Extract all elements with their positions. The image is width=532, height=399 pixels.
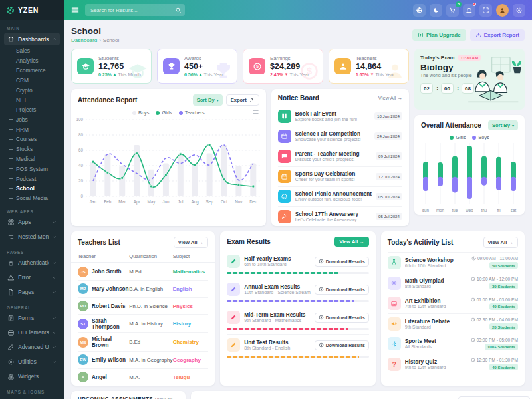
search-input[interactable]: [85, 4, 185, 16]
legend-item[interactable]: Teachers: [179, 110, 205, 116]
sidebar-section-label: PAGES: [7, 250, 57, 255]
sidebar-subitem[interactable]: School: [8, 184, 60, 194]
legend-item[interactable]: Boys: [472, 134, 489, 140]
sidebar-item[interactable]: Widgets: [4, 370, 60, 383]
sidebar-item-label: Nested Menu: [18, 233, 49, 240]
clock-icon: [471, 317, 475, 322]
sidebar-subitem[interactable]: Courses: [8, 134, 60, 144]
teacher-row: MBMichael Brown B.Ed Chemistry: [78, 332, 208, 351]
download-icon: [319, 287, 324, 292]
activity-desc: 7th to 12th Standard: [405, 304, 467, 309]
export-button[interactable]: Export: [226, 94, 259, 106]
menu-toggle-button[interactable]: [70, 5, 80, 15]
download-icon: [319, 315, 324, 320]
sidebar-item[interactable]: Utilities: [4, 356, 60, 368]
progress-bar: [227, 300, 354, 302]
view-all-button[interactable]: View All →: [334, 237, 368, 247]
sidebar-subitem[interactable]: Stocks: [8, 144, 60, 154]
sidebar-subitem[interactable]: Ecommerce: [8, 66, 60, 76]
activity-time-text: 02:30 PM - 04:00 PM: [477, 317, 518, 322]
dash-icon: [9, 80, 13, 80]
moon-icon[interactable]: [430, 4, 442, 17]
sidebar-subitem[interactable]: Sales: [8, 46, 60, 56]
view-all-link[interactable]: View All →: [155, 396, 179, 399]
activity-item: Science Workshop 6th to 10th Standard 09…: [388, 252, 518, 273]
sidebar-subitem-label: Social Media: [16, 195, 48, 201]
svg-text:tue: tue: [452, 208, 458, 213]
exam-desc: 6th to 10th Standard: [244, 262, 311, 267]
progress-track: [227, 328, 369, 330]
stat-card: $ Earnings $24,289 2.45% ▾ This Year: [243, 49, 323, 84]
sidebar-subitem-label: Analytics: [16, 57, 39, 64]
progress-track: [227, 356, 369, 358]
view-all-link[interactable]: View All →: [378, 95, 402, 101]
notice-title: School 17Th Anevarsery: [295, 211, 372, 217]
chevron-icon: [52, 275, 57, 280]
sidebar-subitem-label: Crypto: [16, 87, 33, 94]
notice-desc: Showcase your science projects!: [295, 137, 370, 142]
sidebar-item[interactable]: UI Elements: [4, 327, 60, 339]
sort-by-button[interactable]: Sort By▾: [488, 120, 518, 130]
chart-menu-icon[interactable]: [252, 108, 259, 116]
sidebar-item[interactable]: Apps: [4, 216, 60, 229]
sidebar-subitem[interactable]: NFT: [8, 95, 60, 105]
svg-text:fri: fri: [497, 208, 500, 213]
sidebar-item[interactable]: Error: [4, 271, 60, 284]
notice-date: 09 Jul 2024: [376, 152, 402, 160]
legend-item[interactable]: Girls: [156, 110, 172, 116]
sidebar-section: MAPS & ICONS: [4, 390, 60, 394]
teachers-columns: Teacher Qualification Subject: [71, 252, 215, 263]
sidebar-item-label: Forms: [18, 315, 49, 321]
sidebar-subitem[interactable]: HRM: [8, 124, 60, 134]
bell-icon[interactable]: [463, 4, 475, 17]
svg-text:Dec: Dec: [249, 200, 257, 204]
sidebar-subitem[interactable]: Jobs: [8, 114, 60, 124]
sort-by-button[interactable]: Sort By▾: [193, 94, 223, 106]
logo-text: YZEN: [18, 6, 39, 14]
sidebar-subitem[interactable]: Analytics: [8, 56, 60, 66]
sidebar-item[interactable]: Forms: [4, 312, 60, 325]
marks-search-input[interactable]: [458, 396, 530, 399]
sidebar-subitem[interactable]: Podcast: [8, 174, 60, 184]
cart-icon[interactable]: 5: [446, 4, 459, 17]
plan-upgrade-button[interactable]: Plan Upgrade: [412, 29, 466, 41]
sidebar-item[interactable]: Authentication: [4, 257, 60, 269]
dash-icon: [9, 70, 13, 70]
sidebar-subitem[interactable]: Social Media: [8, 194, 60, 203]
breadcrumb-link[interactable]: Dashboard: [71, 37, 97, 43]
globe-icon[interactable]: [413, 4, 426, 17]
sidebar-subitem[interactable]: Crypto: [8, 85, 60, 95]
legend-item[interactable]: Girls: [450, 134, 466, 140]
sidebar-item-wrap: Pages: [4, 286, 60, 301]
download-results-button[interactable]: Download Results: [315, 285, 369, 295]
legend-item[interactable]: Boys: [132, 110, 149, 116]
download-results-button[interactable]: Download Results: [315, 340, 369, 350]
sidebar-section-items: Apps Nested Menu: [4, 216, 60, 245]
sidebar-subitem[interactable]: Projects: [8, 105, 60, 115]
sidebar-subitem[interactable]: CRM: [8, 75, 60, 85]
gear-icon[interactable]: [513, 4, 525, 17]
students-count-badge: 50 Students: [489, 262, 518, 269]
sidebar-subitem[interactable]: Medical: [8, 154, 60, 164]
view-all-button[interactable]: View All →: [174, 237, 208, 248]
user-avatar[interactable]: [496, 4, 509, 17]
exam-title: Annual Exam Results: [244, 284, 311, 290]
stat-watermark-icon: [127, 61, 148, 82]
notice-list: Book Fair Event Explore books and join t…: [271, 106, 409, 226]
export-report-button[interactable]: Export Report: [470, 29, 525, 41]
download-results-button[interactable]: Download Results: [315, 313, 369, 323]
view-all-button[interactable]: View All →: [483, 237, 518, 248]
sidebar-item[interactable]: Nested Menu: [4, 231, 60, 243]
sidebar-subitem[interactable]: POS System: [8, 164, 60, 174]
svg-text:thu: thu: [481, 208, 487, 213]
sidebar-item-label: Utilities: [18, 358, 49, 365]
plan-upgrade-label: Plan Upgrade: [426, 32, 461, 38]
sidebar-item[interactable]: Pages: [4, 286, 60, 299]
sidebar-item[interactable]: Dashboards: [4, 33, 60, 45]
download-results-button[interactable]: Download Results: [315, 257, 369, 267]
activity-list: Science Workshop 6th to 10th Standard 09…: [381, 252, 525, 374]
logo[interactable]: YZEN: [0, 0, 64, 20]
sidebar-item[interactable]: Advanced UI: [4, 341, 60, 354]
expand-icon[interactable]: [479, 4, 492, 17]
svg-text:sun: sun: [422, 208, 430, 213]
